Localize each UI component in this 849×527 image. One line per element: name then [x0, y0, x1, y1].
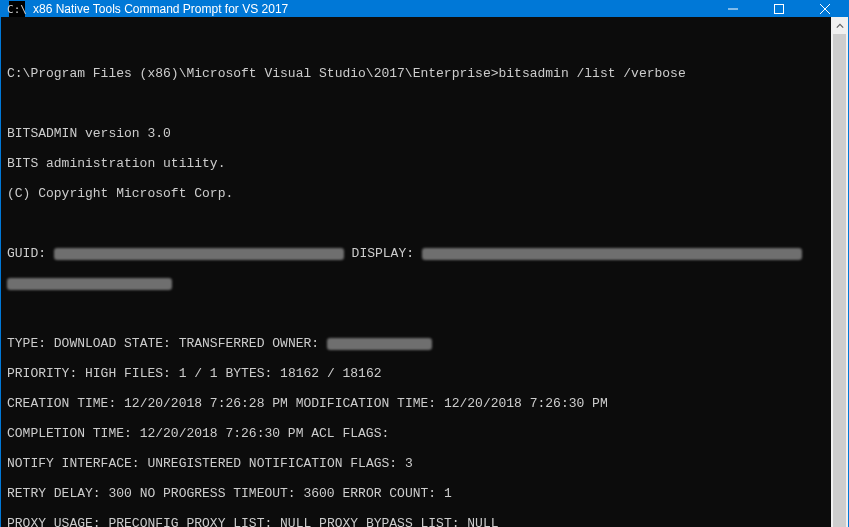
close-icon	[820, 4, 830, 14]
titlebar-buttons	[710, 1, 848, 17]
completion-value: 12/20/2018 7:26:30 PM	[140, 426, 304, 441]
modification-value: 12/20/2018 7:26:30 PM	[444, 396, 608, 411]
modification-label: MODIFICATION TIME:	[288, 396, 444, 411]
files-label: FILES:	[116, 366, 178, 381]
notify-if-label: NOTIFY INTERFACE:	[7, 456, 147, 471]
guid-label: GUID:	[7, 246, 54, 261]
maximize-button[interactable]	[756, 1, 802, 17]
scroll-thumb[interactable]	[833, 34, 846, 527]
vertical-scrollbar[interactable]	[831, 17, 848, 527]
creation-label: CREATION TIME:	[7, 396, 124, 411]
creation-value: 12/20/2018 7:26:28 PM	[124, 396, 288, 411]
redacted-owner	[327, 338, 432, 350]
minimize-icon	[728, 4, 738, 14]
creation-line: CREATION TIME: 12/20/2018 7:26:28 PM MOD…	[7, 396, 825, 411]
notify-flags-label: NOTIFICATION FLAGS:	[241, 456, 405, 471]
window-frame: C:\ x86 Native Tools Command Prompt for …	[0, 0, 849, 527]
maximize-icon	[774, 4, 784, 14]
noprog-value: 3600	[303, 486, 334, 501]
proxy-bypass-label: PROXY BYPASS LIST:	[311, 516, 467, 527]
bytes-value: 18162 / 18162	[280, 366, 381, 381]
scroll-track[interactable]	[831, 34, 848, 527]
banner-line: BITS administration utility.	[7, 156, 825, 171]
state-value: TRANSFERRED	[179, 336, 265, 351]
blank-line	[7, 96, 825, 111]
titlebar[interactable]: C:\ x86 Native Tools Command Prompt for …	[1, 1, 848, 17]
proxy-usage-label: PROXY USAGE:	[7, 516, 108, 527]
acl-label: ACL FLAGS:	[303, 426, 389, 441]
app-icon: C:\	[9, 1, 25, 17]
content-wrap: C:\Program Files (x86)\Microsoft Visual …	[1, 17, 848, 527]
guid-line: GUID: DISPLAY:	[7, 246, 825, 261]
owner-label: OWNER:	[264, 336, 326, 351]
type-label: TYPE:	[7, 336, 54, 351]
chevron-up-icon	[836, 22, 844, 30]
priority-label: PRIORITY:	[7, 366, 85, 381]
retry-value: 300	[108, 486, 131, 501]
window-title: x86 Native Tools Command Prompt for VS 2…	[33, 2, 288, 16]
retry-line: RETRY DELAY: 300 NO PROGRESS TIMEOUT: 36…	[7, 486, 825, 501]
blank-line	[7, 36, 825, 51]
guid-line-2	[7, 276, 825, 291]
notify-flags-value: 3	[405, 456, 413, 471]
type-line: TYPE: DOWNLOAD STATE: TRANSFERRED OWNER:	[7, 336, 825, 351]
completion-label: COMPLETION TIME:	[7, 426, 140, 441]
prompt-path: C:\Program Files (x86)\Microsoft Visual …	[7, 66, 498, 81]
svg-rect-0	[775, 5, 784, 14]
notify-line: NOTIFY INTERFACE: UNREGISTERED NOTIFICAT…	[7, 456, 825, 471]
blank-line	[7, 306, 825, 321]
noprog-label: NO PROGRESS TIMEOUT:	[132, 486, 304, 501]
retry-label: RETRY DELAY:	[7, 486, 108, 501]
completion-line: COMPLETION TIME: 12/20/2018 7:26:30 PM A…	[7, 426, 825, 441]
app-icon-glyph: C:\	[7, 3, 27, 16]
state-label: STATE:	[116, 336, 178, 351]
proxy-list-value: NULL	[280, 516, 311, 527]
type-value: DOWNLOAD	[54, 336, 116, 351]
errcount-value: 1	[444, 486, 452, 501]
minimize-button[interactable]	[710, 1, 756, 17]
priority-value: HIGH	[85, 366, 116, 381]
redacted-display	[422, 248, 802, 260]
files-value: 1 / 1	[179, 366, 218, 381]
banner-line: BITSADMIN version 3.0	[7, 126, 825, 141]
scroll-up-button[interactable]	[831, 17, 848, 34]
proxy-usage-value: PRECONFIG	[108, 516, 178, 527]
priority-line: PRIORITY: HIGH FILES: 1 / 1 BYTES: 18162…	[7, 366, 825, 381]
display-label: DISPLAY:	[344, 246, 422, 261]
close-button[interactable]	[802, 1, 848, 17]
proxy-bypass-value: NULL	[467, 516, 498, 527]
proxy-list-label: PROXY LIST:	[179, 516, 280, 527]
prompt-command: bitsadmin /list /verbose	[498, 66, 685, 81]
errcount-label: ERROR COUNT:	[335, 486, 444, 501]
notify-if-value: UNREGISTERED	[147, 456, 241, 471]
banner-line: (C) Copyright Microsoft Corp.	[7, 186, 825, 201]
prompt-line: C:\Program Files (x86)\Microsoft Visual …	[7, 66, 825, 81]
bytes-label: BYTES:	[218, 366, 280, 381]
redacted-guid	[54, 248, 344, 260]
terminal-output[interactable]: C:\Program Files (x86)\Microsoft Visual …	[1, 17, 831, 527]
blank-line	[7, 216, 825, 231]
redacted-display-cont	[7, 278, 172, 290]
proxy-line: PROXY USAGE: PRECONFIG PROXY LIST: NULL …	[7, 516, 825, 527]
